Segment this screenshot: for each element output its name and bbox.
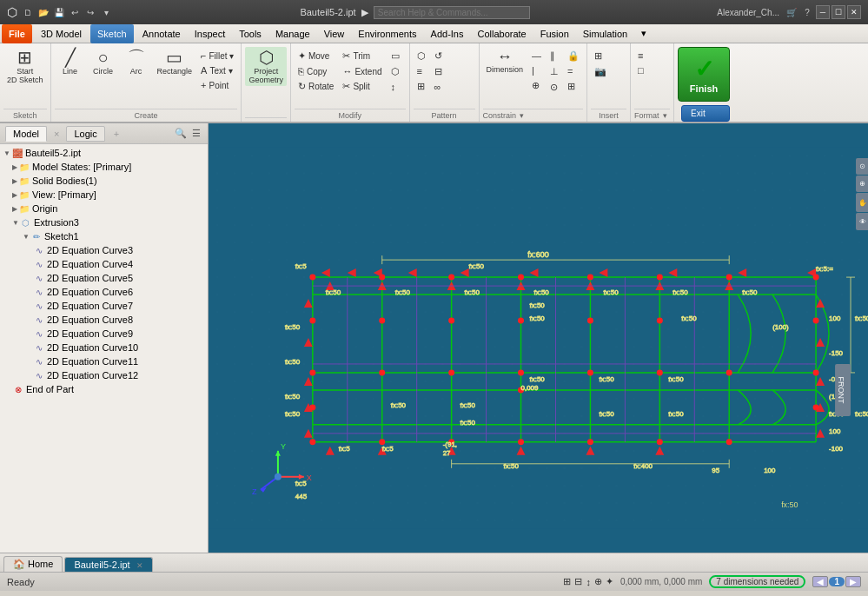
constrain-btn6[interactable]: ⊙ xyxy=(547,80,562,95)
status-icon1[interactable]: ⊞ xyxy=(563,576,571,587)
start-2d-sketch-button[interactable]: ⊞ Start2D Sketch xyxy=(3,47,47,86)
status-icon4[interactable]: ⊕ xyxy=(594,576,602,587)
copy-button[interactable]: ⎘ Copy xyxy=(295,64,337,78)
point-button[interactable]: + Point xyxy=(197,78,237,92)
nav-prev-button[interactable]: ◀ xyxy=(812,576,828,587)
tree-item-curve7[interactable]: ∿ 2D Equation Curve7 xyxy=(2,299,206,313)
undo-icon[interactable]: ↩ xyxy=(68,5,82,19)
nav-next-button[interactable]: ▶ xyxy=(845,576,861,587)
tree-item-curve8[interactable]: ∿ 2D Equation Curve8 xyxy=(2,313,206,327)
text-button[interactable]: A Text ▾ xyxy=(197,63,237,77)
tree-item-root[interactable]: ▼ 🧱 Bauteil5-2.ipt xyxy=(2,146,206,160)
finish-button[interactable]: ✓ Finish xyxy=(678,47,730,102)
tree-item-model-states[interactable]: ▶ 📁 Model States: [Primary] xyxy=(2,160,206,174)
menu-action[interactable]: ☰ xyxy=(190,128,202,139)
dimension-button[interactable]: ↔ Dimension xyxy=(483,47,527,76)
split-button[interactable]: ✂ Split xyxy=(339,79,385,94)
pattern-btn4[interactable]: ↺ xyxy=(431,49,446,63)
status-icon2[interactable]: ⊟ xyxy=(574,576,582,587)
fillet-button[interactable]: ⌐ Fillet ▾ xyxy=(197,49,237,63)
rectangle-button[interactable]: ▭ Rectangle xyxy=(154,47,196,77)
constrain-btn7[interactable]: 🔒 xyxy=(564,49,583,63)
open-icon[interactable]: 📂 xyxy=(36,5,50,19)
tree-item-end-of-part[interactable]: ⊗ End of Part xyxy=(2,382,206,396)
move-button[interactable]: ✦ Move xyxy=(295,49,337,63)
constrain-dropdown[interactable]: ▾ xyxy=(520,111,524,120)
model-tab[interactable]: Model xyxy=(5,126,47,142)
line-button[interactable]: ╱ Line xyxy=(55,47,86,77)
new-icon[interactable]: 🗋 xyxy=(21,5,35,19)
tree-item-curve5[interactable]: ∿ 2D Equation Curve5 xyxy=(2,271,206,285)
restore-button[interactable]: ☐ xyxy=(832,5,845,19)
canvas-viewport[interactable]: fx:600 fx:50 fx:50 fx:50 fx:50 fx:50 fx:… xyxy=(209,123,868,553)
document-tab[interactable]: Bauteil5-2.ipt ✕ xyxy=(64,557,152,572)
menu-simulation[interactable]: Simulation xyxy=(576,24,634,43)
tree-item-curve10[interactable]: ∿ 2D Equation Curve10 xyxy=(2,341,206,354)
pattern-btn3[interactable]: ⊞ xyxy=(414,79,429,94)
pattern-btn5[interactable]: ⊟ xyxy=(431,64,446,79)
look-tab[interactable]: 👁 xyxy=(856,213,868,230)
constrain-btn2[interactable]: | xyxy=(528,63,545,77)
home-tab[interactable]: 🏠 Home xyxy=(3,556,63,572)
pattern-btn2[interactable]: ≡ xyxy=(414,64,429,78)
save-icon[interactable]: 💾 xyxy=(52,5,66,19)
insert-btn2[interactable]: 📷 xyxy=(591,64,610,79)
minimize-button[interactable]: ─ xyxy=(816,5,830,19)
constrain-btn9[interactable]: ⊞ xyxy=(564,79,583,94)
status-icon3[interactable]: ↕ xyxy=(586,577,591,587)
tree-item-curve12[interactable]: ∿ 2D Equation Curve12 xyxy=(2,368,206,382)
tree-item-sketch1[interactable]: ▼ ✏ Sketch1 xyxy=(2,229,206,243)
tree-item-curve11[interactable]: ∿ 2D Equation Curve11 xyxy=(2,354,206,368)
modify-extra3[interactable]: ↕ xyxy=(388,80,406,94)
menu-3dmodel[interactable]: 3D Model xyxy=(34,24,89,43)
modify-extra1[interactable]: ▭ xyxy=(388,49,406,63)
add-tab-button[interactable]: + xyxy=(110,129,123,139)
tree-item-origin[interactable]: ▶ 📁 Origin xyxy=(2,202,206,215)
orbit-tab[interactable]: ⊙ xyxy=(856,158,868,175)
tree-item-extrusion3[interactable]: ▼ ⬡ Extrusion3 xyxy=(2,215,206,229)
close-button[interactable]: ✕ xyxy=(847,5,861,19)
more-icon[interactable]: ▾ xyxy=(99,5,113,19)
search-action[interactable]: 🔍 xyxy=(173,128,189,139)
tree-item-solid-bodies[interactable]: ▶ 📁 Solid Bodies(1) xyxy=(2,174,206,188)
menu-collaborate[interactable]: Collaborate xyxy=(470,24,533,43)
menu-more[interactable]: ▾ xyxy=(634,24,653,43)
rotate-button[interactable]: ↻ Rotate xyxy=(295,79,337,94)
redo-icon[interactable]: ↪ xyxy=(83,5,97,19)
menu-tools[interactable]: Tools xyxy=(232,24,268,43)
modify-extra2[interactable]: ⬡ xyxy=(388,64,406,79)
constrain-btn5[interactable]: ⊥ xyxy=(547,64,562,79)
menu-inspect[interactable]: Inspect xyxy=(188,24,232,43)
trim-button[interactable]: ✂ Trim xyxy=(339,49,385,63)
constrain-btn3[interactable]: ⊕ xyxy=(528,78,545,93)
tree-item-curve3[interactable]: ∿ 2D Equation Curve3 xyxy=(2,243,206,257)
tree-item-curve6[interactable]: ∿ 2D Equation Curve6 xyxy=(2,285,206,299)
constrain-btn1[interactable]: — xyxy=(528,49,545,63)
format-btn2[interactable]: □ xyxy=(634,63,647,77)
menu-sketch[interactable]: Sketch xyxy=(90,24,134,43)
zoom-tab[interactable]: ⊕ xyxy=(856,175,868,192)
menu-manage[interactable]: Manage xyxy=(268,24,317,43)
tree-item-curve9[interactable]: ∿ 2D Equation Curve9 xyxy=(2,327,206,341)
pattern-btn6[interactable]: ∞ xyxy=(431,80,446,94)
exit-button[interactable]: Exit xyxy=(681,105,730,122)
menu-view[interactable]: View xyxy=(317,24,352,43)
help-icon[interactable]: ? xyxy=(800,5,814,19)
menu-file[interactable]: File xyxy=(2,24,32,43)
pattern-btn1[interactable]: ⬡ xyxy=(414,49,429,63)
logic-tab[interactable]: Logic xyxy=(66,126,104,142)
insert-btn1[interactable]: ⊞ xyxy=(591,49,610,63)
circle-button[interactable]: ○ Circle xyxy=(88,47,119,77)
cart-icon[interactable]: 🛒 xyxy=(785,5,798,19)
menu-annotate[interactable]: Annotate xyxy=(136,24,188,43)
constrain-btn8[interactable]: = xyxy=(564,64,583,78)
tree-item-curve4[interactable]: ∿ 2D Equation Curve4 xyxy=(2,257,206,271)
project-geometry-button[interactable]: ⬡ ProjectGeometry xyxy=(245,47,287,86)
close-tab-icon[interactable]: ✕ xyxy=(136,561,143,570)
menu-addins[interactable]: Add-Ins xyxy=(424,24,471,43)
menu-environments[interactable]: Environments xyxy=(351,24,423,43)
format-dropdown[interactable]: ▾ xyxy=(663,111,667,120)
constrain-btn4[interactable]: ∥ xyxy=(547,49,562,63)
arc-button[interactable]: ⌒ Arc xyxy=(121,47,152,77)
tree-item-view[interactable]: ▶ 📁 View: [Primary] xyxy=(2,188,206,202)
